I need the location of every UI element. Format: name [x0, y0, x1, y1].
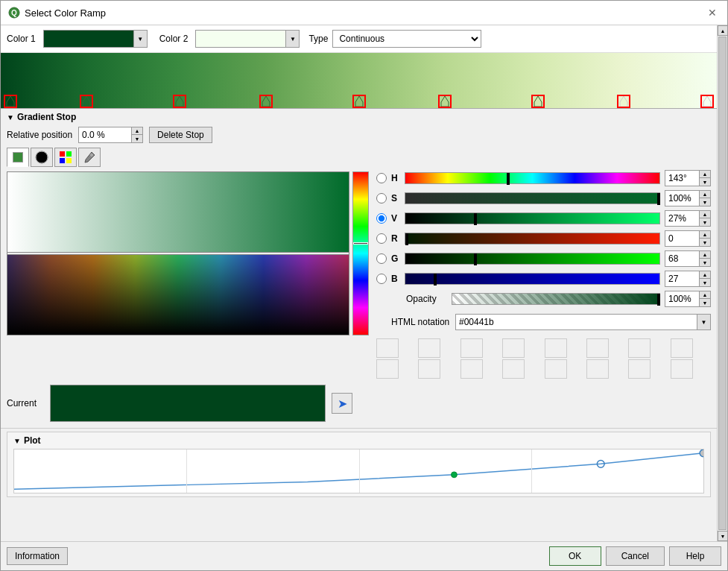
- v-down[interactable]: ▼: [700, 218, 710, 226]
- html-input[interactable]: #00441b: [456, 315, 697, 329]
- vertical-scrollbar[interactable]: ▲ ▼: [717, 25, 727, 541]
- s-slider[interactable]: [405, 192, 660, 204]
- h-radio[interactable]: [376, 173, 387, 183]
- b-up[interactable]: ▲: [700, 271, 710, 279]
- color1-button[interactable]: ▼: [43, 30, 148, 48]
- html-dropdown-icon[interactable]: ▼: [697, 315, 710, 329]
- swatch-9[interactable]: [418, 359, 440, 379]
- v-up[interactable]: ▲: [700, 211, 710, 218]
- html-notation-wrap[interactable]: #00441b ▼: [455, 314, 711, 330]
- scroll-thumb[interactable]: [718, 37, 727, 530]
- swatch-5[interactable]: [586, 338, 609, 358]
- hue-slider[interactable]: [352, 171, 369, 335]
- color-canvas-top[interactable]: [7, 172, 349, 252]
- gradient-stop-4[interactable]: [352, 95, 366, 108]
- r-value-box[interactable]: ▲ ▼: [665, 230, 711, 247]
- s-radio[interactable]: [376, 193, 387, 204]
- gradient-stop-8[interactable]: [700, 95, 714, 108]
- g-input[interactable]: [665, 251, 699, 266]
- scroll-down-btn[interactable]: ▼: [718, 531, 727, 541]
- gradient-stop-5[interactable]: [438, 95, 452, 108]
- swatch-8[interactable]: [376, 359, 399, 379]
- swatch-12[interactable]: [545, 359, 567, 379]
- swatch-2[interactable]: [460, 338, 483, 358]
- color-canvas-bottom[interactable]: [7, 255, 349, 335]
- gradient-stop-0[interactable]: [4, 95, 17, 108]
- cancel-button[interactable]: Cancel: [606, 546, 665, 566]
- picker-tab-grid[interactable]: [54, 148, 77, 167]
- b-down[interactable]: ▼: [700, 279, 710, 286]
- swatch-10[interactable]: [460, 359, 483, 379]
- picker-tab-solid[interactable]: [7, 148, 29, 167]
- g-up[interactable]: ▲: [700, 251, 710, 259]
- swatch-11[interactable]: [502, 359, 525, 379]
- picker-tab-wheel[interactable]: ◉: [31, 148, 53, 167]
- help-button[interactable]: Help: [669, 546, 721, 566]
- g-radio[interactable]: [376, 253, 387, 264]
- swatch-4[interactable]: [545, 338, 567, 358]
- rel-pos-input[interactable]: 0.0 %: [79, 127, 131, 142]
- opacity-up[interactable]: ▲: [700, 291, 710, 299]
- color-canvas[interactable]: [7, 171, 349, 335]
- swatch-14[interactable]: [628, 359, 651, 379]
- swatch-0[interactable]: [376, 338, 399, 358]
- v-slider[interactable]: [405, 212, 660, 224]
- copy-color-button[interactable]: ➤: [332, 393, 352, 414]
- swatch-1[interactable]: [418, 338, 440, 358]
- s-value-box[interactable]: ▲ ▼: [665, 190, 711, 206]
- h-value-box[interactable]: ▲ ▼: [665, 170, 711, 186]
- r-up[interactable]: ▲: [700, 231, 710, 239]
- r-input[interactable]: [665, 231, 699, 246]
- g-down[interactable]: ▼: [700, 259, 710, 266]
- b-slider[interactable]: [405, 273, 660, 285]
- s-input[interactable]: [665, 191, 699, 206]
- gradient-stop-2[interactable]: [173, 95, 186, 108]
- s-down[interactable]: ▼: [700, 198, 710, 206]
- v-value-box[interactable]: ▲ ▼: [665, 210, 711, 227]
- swatch-6[interactable]: [628, 338, 651, 358]
- swatch-15[interactable]: [671, 359, 693, 379]
- h-slider[interactable]: [405, 172, 660, 184]
- delete-stop-button[interactable]: Delete Stop: [149, 127, 212, 143]
- plot-header[interactable]: ▼ Plot: [13, 435, 704, 446]
- g-slider[interactable]: [405, 253, 660, 265]
- gradient-stop-3[interactable]: [259, 95, 273, 108]
- color2-button[interactable]: ▼: [195, 30, 300, 48]
- v-input[interactable]: [665, 211, 699, 226]
- opacity-slider[interactable]: [452, 293, 660, 305]
- gradient-stop-1[interactable]: [80, 95, 93, 108]
- rel-pos-up[interactable]: ▲: [132, 127, 142, 135]
- opacity-input[interactable]: [665, 291, 699, 306]
- r-label: R: [391, 233, 400, 244]
- b-value-box[interactable]: ▲ ▼: [665, 271, 711, 287]
- r-down[interactable]: ▼: [700, 239, 710, 246]
- information-button[interactable]: Information: [7, 547, 68, 565]
- picker-tab-eyedropper[interactable]: [78, 148, 101, 167]
- h-up[interactable]: ▲: [700, 171, 710, 178]
- ok-button[interactable]: OK: [549, 546, 601, 566]
- rel-pos-down[interactable]: ▼: [132, 135, 142, 142]
- rel-pos-spinbox[interactable]: 0.0 % ▲ ▼: [78, 127, 143, 143]
- v-radio[interactable]: [376, 213, 387, 224]
- swatch-7[interactable]: [671, 338, 693, 358]
- swatch-3[interactable]: [502, 338, 525, 358]
- type-select[interactable]: Continuous: [332, 30, 481, 48]
- swatch-13[interactable]: [586, 359, 609, 379]
- g-value-box[interactable]: ▲ ▼: [665, 250, 711, 267]
- gradient-stop-7[interactable]: [617, 95, 630, 108]
- gradient-preview[interactable]: [1, 53, 717, 109]
- opacity-down[interactable]: ▼: [700, 299, 710, 306]
- h-down[interactable]: ▼: [700, 178, 710, 186]
- b-radio[interactable]: [376, 274, 387, 284]
- gradient-stop-header[interactable]: ▼ Gradient Stop: [7, 112, 711, 122]
- s-up[interactable]: ▲: [700, 191, 710, 198]
- r-slider[interactable]: [405, 233, 660, 245]
- b-input[interactable]: [665, 271, 699, 286]
- r-radio[interactable]: [376, 233, 387, 244]
- plot-area[interactable]: [13, 449, 704, 493]
- gradient-stop-6[interactable]: [531, 95, 545, 108]
- h-input[interactable]: [665, 171, 699, 186]
- opacity-value-box[interactable]: ▲ ▼: [665, 291, 711, 307]
- close-button[interactable]: ✕: [705, 5, 720, 20]
- scroll-up-btn[interactable]: ▲: [718, 25, 727, 36]
